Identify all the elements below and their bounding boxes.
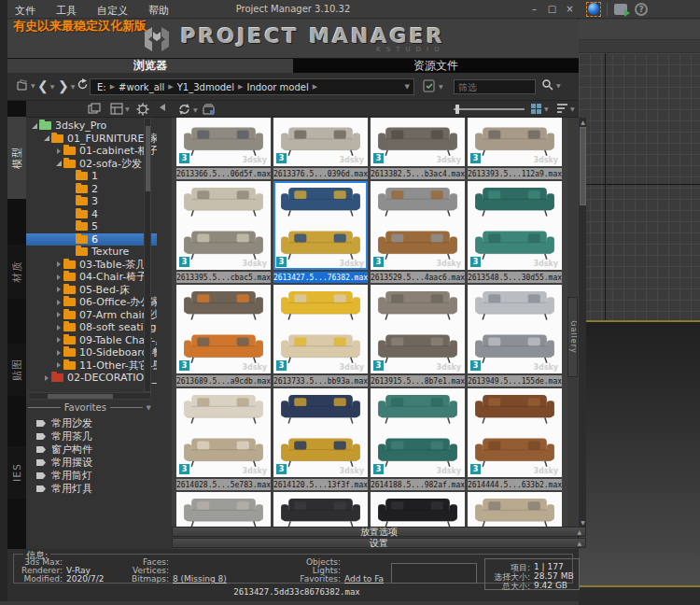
gallery-tab[interactable]: Gallery [567, 297, 578, 377]
expand-icon[interactable] [54, 336, 63, 344]
favorite-item[interactable]: 窗户构件 [35, 443, 151, 456]
tree-item[interactable]: 3 [26, 195, 157, 208]
tree-view-mode-icon[interactable]: ▼ [110, 103, 130, 115]
tree-item[interactable]: 02-DECORATION_装饰类 [26, 372, 157, 385]
layer-panel-icon[interactable] [613, 2, 628, 17]
asset-item[interactable]: 33dsky2613529.5...4aac6.max [371, 181, 465, 283]
asset-item[interactable]: 33dsky2613366.5...06d5f.max [176, 118, 271, 179]
tab-asset-files[interactable]: 资源文件 [293, 59, 579, 73]
favorite-item[interactable]: 常用灯具 [35, 482, 151, 495]
expand-icon[interactable] [54, 286, 63, 293]
expand-icon[interactable] [54, 349, 63, 357]
menu-item-0[interactable]: 文件 [11, 3, 39, 19]
asset-item[interactable]: 33dsky [468, 492, 562, 527]
grid-vertical-scrollbar[interactable]: ▲ ▼ [578, 118, 586, 527]
thumbnail-size-slider[interactable] [454, 108, 525, 110]
tree-item[interactable]: 4 [26, 208, 157, 221]
asset-item[interactable]: 33dsky2614028.5...5e783.max [176, 388, 271, 490]
breadcrumb[interactable]: E:▶#work_all▶Y1_3dmodel▶Indoor model▶ ▼ [90, 78, 414, 95]
tree-item[interactable]: 02-sofa-沙发 [26, 158, 157, 171]
collapse-icon[interactable] [30, 122, 39, 130]
expand-icon[interactable] [54, 274, 63, 281]
tab-browser[interactable]: 浏览器 [7, 59, 293, 73]
favorite-item[interactable]: 常用茶几 [35, 429, 151, 443]
asset-item[interactable]: 33dsky [371, 492, 465, 527]
asset-item[interactable]: 33dsky2613949.5...155de.max [468, 285, 562, 387]
tree-vertical-scrollbar[interactable] [144, 118, 151, 392]
expand-icon[interactable] [54, 311, 63, 318]
asset-item[interactable]: 33dsky2613689.5...a9cdb.max [176, 285, 271, 387]
tree-item[interactable]: 05-Bed-床 [26, 284, 157, 297]
thumbnail-view-icon[interactable]: ▼ [530, 103, 549, 115]
tree-item[interactable]: Texture [26, 246, 157, 259]
top-viewport-grid[interactable] [579, 53, 700, 320]
refresh-icon[interactable] [77, 78, 89, 91]
tree-item[interactable]: 04-Chair-椅子 [26, 271, 157, 284]
tree-item[interactable]: 07-Arm chair-沙发椅 [26, 309, 157, 322]
asset-item[interactable]: 33dsky2613395.5...cbac5.max [176, 181, 271, 283]
sphere-tool-icon[interactable] [586, 2, 601, 17]
favorites-header[interactable]: Favorites ▼ [28, 401, 151, 414]
asset-item[interactable]: 33dsky2614188.5...982af.max [371, 388, 465, 490]
info-field-link[interactable]: Add to Fa [344, 574, 384, 583]
asset-item[interactable]: 33dsky [273, 492, 368, 527]
settings-gear-icon[interactable] [136, 103, 149, 116]
side-tab-1[interactable]: 材质 [7, 245, 26, 299]
favorites-dropdown-icon[interactable]: ▼ [147, 404, 151, 412]
scroll-up-icon[interactable]: ▲ [579, 118, 587, 126]
expand-icon[interactable] [54, 324, 63, 331]
minimize-button[interactable]: – [527, 2, 541, 15]
asset-item[interactable]: 33dsky2613382.5...b3ac4.max [371, 118, 465, 179]
collapse-icon[interactable] [42, 134, 51, 142]
scrollbar-thumb[interactable] [146, 126, 150, 191]
collapse-tree-icon[interactable] [159, 103, 166, 112]
tree-item[interactable]: 2 [26, 183, 157, 196]
search-icon[interactable]: ▼ [541, 78, 561, 91]
sort-icon[interactable]: ▼ [556, 103, 575, 114]
tree-item[interactable]: 1 [26, 170, 157, 183]
tree-item[interactable]: 03-Table-茶几 [26, 259, 157, 272]
expand-icon[interactable] [54, 361, 63, 369]
tree-item[interactable]: 11-Other-其它-壁炉 [26, 359, 157, 373]
scrollbar-thumb[interactable] [580, 127, 586, 205]
side-tab-2[interactable]: 贴图 [7, 344, 26, 396]
tree-item[interactable]: 6 [26, 233, 157, 246]
expand-icon[interactable] [54, 299, 63, 306]
asset-item[interactable]: 33dsky2613393.5...112a9.max [468, 118, 562, 179]
favorite-item[interactable]: 常用筒灯 [35, 469, 151, 482]
title-bar[interactable]: Project Manager 3.10.32 文件工具自定义帮助 – □ × [7, 0, 579, 19]
tree-item[interactable]: 01-cabinet-柜子 [26, 145, 157, 158]
float-panel-icon[interactable] [88, 103, 101, 115]
menu-item-2[interactable]: 自定义 [93, 3, 132, 19]
asset-item[interactable]: 33dsky [176, 492, 271, 527]
side-tab-3[interactable]: IES [7, 446, 26, 499]
expand-icon[interactable] [54, 148, 63, 155]
breadcrumb-item[interactable]: #work_all [116, 82, 167, 92]
asset-item[interactable]: 33dsky2614120.5...13f3f.max [273, 388, 368, 490]
slider-handle[interactable] [455, 105, 459, 114]
tree-item[interactable]: 09-Table Chair-桌椅 [26, 334, 157, 347]
perspective-viewport[interactable] [579, 322, 700, 585]
tree-item[interactable]: 10-Sideboard-餐电 [26, 346, 157, 359]
asset-item[interactable]: 33dsky2613915.5...8b7e1.max [371, 285, 465, 387]
tree-item[interactable]: 06-Office-办公家具 [26, 296, 157, 309]
assets-toggle-icon[interactable]: ▼ [422, 78, 443, 93]
tree-item[interactable]: 01_FURNITURE_家具类 [26, 133, 157, 146]
expand-icon[interactable] [54, 260, 63, 268]
side-tab-0[interactable]: 模型 [7, 117, 26, 199]
asset-item[interactable]: 33dsky2613548.5...30d55.max [468, 181, 562, 283]
filter-input[interactable] [454, 79, 536, 94]
forward-icon[interactable]: ❯▼ [58, 78, 75, 93]
scroll-down-icon[interactable]: ▼ [579, 518, 587, 527]
tree-horizontal-scrollbar[interactable] [28, 392, 151, 400]
favorite-item[interactable]: 常用摆设 [35, 456, 151, 469]
expand-icon[interactable] [42, 374, 51, 382]
recent-folders-icon[interactable]: ▼ [15, 78, 35, 92]
sync-icon[interactable]: ▼ [177, 103, 198, 116]
asset-item[interactable]: 33dsky2613427.5...76382.max [273, 181, 368, 283]
maximize-button[interactable]: □ [545, 2, 559, 15]
placement-options-rollout[interactable]: 放置选项▲ [172, 527, 586, 537]
menu-item-1[interactable]: 工具 [52, 3, 80, 19]
asset-item[interactable]: 33dsky2613733.5...bb93a.max [273, 285, 368, 387]
menu-item-3[interactable]: 帮助 [145, 3, 173, 19]
